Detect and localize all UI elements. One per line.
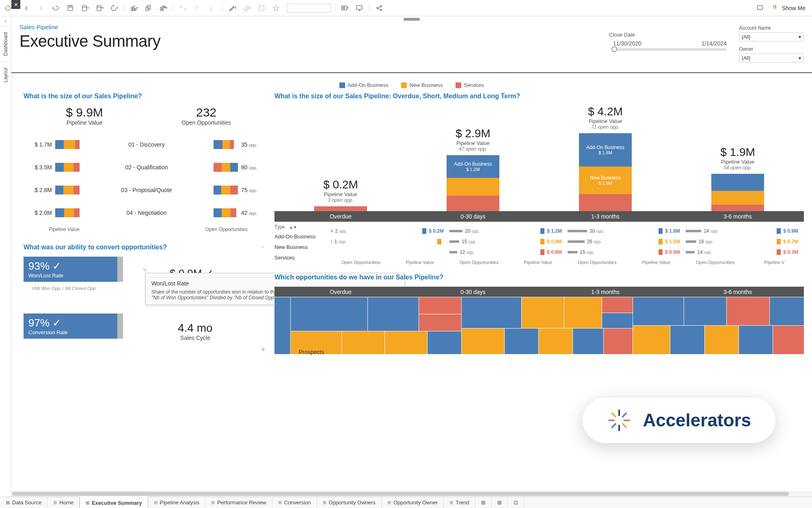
expand-rail-button[interactable]: › (5, 16, 6, 26)
treemap-cell[interactable] (368, 297, 419, 331)
legend-services[interactable]: Services (456, 82, 484, 88)
show-me-button[interactable]: Show Me (769, 3, 809, 13)
term-column[interactable]: $ 4.2M Pipeline Value 71 open opp. New B… (539, 106, 672, 211)
legend-new[interactable]: New Business (401, 82, 443, 88)
sheet-tab[interactable]: ⊞Performance Review (205, 497, 272, 508)
type-row[interactable]: 20 opp. $ 1.2M (449, 226, 568, 236)
type-row[interactable]: 26 opp. $ 1.5M (568, 236, 686, 247)
refresh-button[interactable]: ▾ (108, 2, 121, 15)
new-story-button[interactable]: ⊡ (508, 497, 524, 508)
treemap-cell[interactable] (462, 329, 504, 354)
treemap-cell[interactable] (291, 297, 368, 331)
presentation-button[interactable] (353, 2, 366, 15)
stage-row[interactable]: $ 2.8M 03 - Proposal/Quote 75 opp. (24, 179, 267, 201)
sheet-tab[interactable]: ⊞Trend (444, 497, 475, 508)
drag-handle-icon[interactable] (404, 18, 420, 21)
close-panel-button[interactable]: ✕ (11, 0, 20, 9)
sheet-tab[interactable]: ⊞Home (48, 497, 80, 508)
treemap-cell[interactable] (670, 326, 704, 354)
breadcrumb[interactable]: Sales Pipeline (19, 24, 609, 30)
treemap-cell[interactable] (564, 297, 602, 329)
stage-row[interactable]: $ 1.7M 01 - Discovery 35 opp. (24, 133, 267, 156)
new-sheet-button[interactable]: ⊞ (475, 497, 492, 508)
term-column[interactable]: $ 1.9M Pipeline Value 54 open opp. (672, 106, 804, 211)
back-button[interactable] (20, 2, 33, 15)
stage-row[interactable]: $ 3.5M 02 - Qualification 80 opp. (24, 156, 267, 179)
legend-addon[interactable]: Add-On Business (339, 82, 389, 88)
sheet-tab[interactable]: ⊞Pipeline Analysis (148, 497, 206, 508)
treemap-cell[interactable] (602, 297, 633, 313)
type-row[interactable]: 2 opp. $ 0.2M (331, 226, 449, 236)
treemap-cell[interactable] (604, 329, 633, 354)
treemap-cell[interactable] (684, 297, 727, 326)
highlight-button[interactable]: ▾ (226, 2, 239, 15)
sheet-tab[interactable]: ⊞Opportunity Owners (317, 497, 382, 508)
treemap-cell[interactable] (727, 297, 769, 326)
treemap-cell[interactable] (462, 297, 521, 329)
sheet-tab[interactable]: ⊞Conversion (272, 497, 317, 508)
treemap-cell[interactable] (419, 297, 462, 314)
text-button[interactable]: T (255, 2, 268, 15)
guide-me-icon[interactable] (754, 2, 767, 15)
sort-desc-button[interactable] (206, 2, 219, 15)
treemap-cell[interactable] (505, 329, 539, 354)
show-cards-button[interactable]: ▾ (338, 2, 351, 15)
treemap-cell[interactable] (705, 326, 739, 354)
rail-tab-layout[interactable]: Layout (1, 62, 10, 88)
drill-arrow-icon[interactable]: → (259, 244, 265, 250)
treemap-cell[interactable] (602, 313, 633, 329)
rail-tab-dashboard[interactable]: Dashboard (1, 26, 10, 62)
undo-button[interactable] (49, 2, 62, 15)
type-row[interactable]: 15 opp. $ 0.9M (568, 247, 686, 257)
new-worksheet-button[interactable]: ▾ (127, 2, 140, 15)
term-column[interactable]: $ 0.2M Pipeline Value 3 open opp. (274, 106, 407, 211)
treemap-cell[interactable] (739, 326, 773, 354)
treemap[interactable] (274, 297, 804, 354)
sort-icon[interactable]: ▲▼ (289, 225, 297, 229)
treemap-cell[interactable] (342, 331, 384, 354)
account-filter[interactable]: (All)▾ (739, 32, 804, 41)
owner-filter[interactable]: (All)▾ (739, 54, 804, 63)
treemap-cell[interactable] (770, 297, 804, 326)
treemap-cell[interactable] (633, 297, 684, 326)
slider-handle-icon[interactable] (611, 46, 617, 52)
treemap-cell[interactable] (522, 297, 564, 329)
star-button[interactable] (270, 2, 283, 15)
treemap-cell[interactable] (274, 297, 291, 354)
attach-button[interactable]: ▾ (240, 2, 253, 15)
clear-button[interactable]: ▾ (157, 2, 170, 15)
save-button[interactable] (64, 2, 77, 15)
type-row[interactable]: 14 opp. $ 0.3M (686, 247, 804, 257)
sort-asc-button[interactable] (191, 2, 204, 15)
close-date-filter[interactable]: Close Date 11/30/2020 1/14/2024 (609, 24, 731, 67)
treemap-cell[interactable] (385, 331, 428, 354)
horizontal-scrollbar[interactable] (11, 491, 812, 497)
treemap-cell[interactable] (539, 329, 573, 354)
sheet-tab[interactable]: ⊞Executive Summary (80, 497, 148, 508)
fit-selector[interactable] (287, 4, 331, 13)
type-row[interactable]: 24 opp. $ 0.9M (686, 226, 804, 236)
duplicate-button[interactable] (142, 2, 155, 15)
type-row[interactable]: 15 opp. $ 0.9M (449, 236, 568, 247)
treemap-cell[interactable] (773, 326, 804, 354)
new-data-button[interactable]: ▾ (78, 2, 91, 15)
term-column[interactable]: $ 2.9M Pipeline Value 47 open opp. Add-O… (407, 106, 539, 211)
type-row[interactable]: 1 opp. (331, 236, 449, 247)
share-button[interactable] (373, 2, 386, 15)
won-lost-rate-card[interactable]: 93% ✓ Won/Lost Rate (24, 257, 123, 282)
more-menu-icon[interactable]: ≡ (261, 346, 265, 352)
date-slider[interactable] (613, 48, 727, 51)
treemap-cell[interactable] (428, 331, 462, 354)
treemap-cell[interactable] (419, 314, 462, 331)
conversion-rate-card[interactable]: 97% ✓ Conversion Rate (24, 313, 123, 339)
forward-button[interactable] (35, 2, 48, 15)
data-source-tab[interactable]: ▦Data Source (0, 497, 48, 508)
type-row[interactable]: 12 opp. $ 0.8M (449, 247, 568, 257)
type-row[interactable] (331, 247, 449, 257)
treemap-cell[interactable] (573, 329, 604, 354)
stage-row[interactable]: $ 2.0M 04 - Negotiation 42 opp. (24, 201, 267, 224)
treemap-cell[interactable] (633, 326, 671, 354)
swap-button[interactable] (177, 2, 190, 15)
type-row[interactable]: 16 opp. $ 0.7M (686, 236, 804, 247)
data-menu-button[interactable]: ▾ (93, 2, 106, 15)
